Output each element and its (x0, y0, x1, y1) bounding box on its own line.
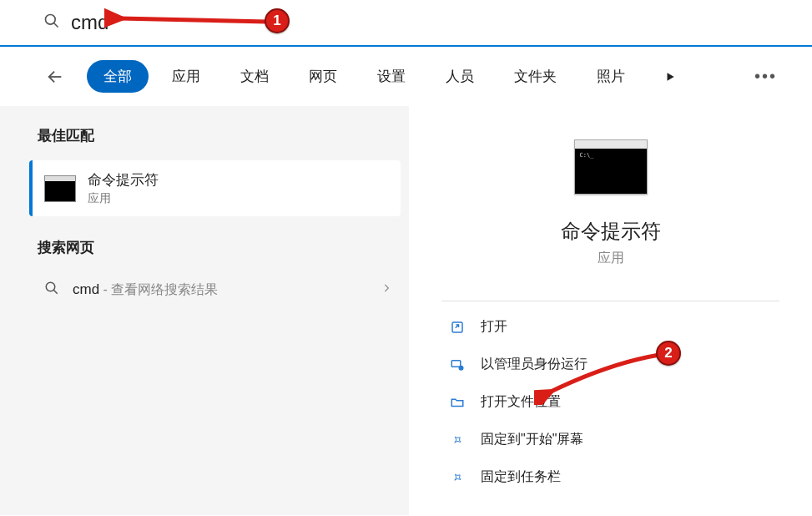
best-match-result[interactable]: 命令提示符 应用 (29, 160, 401, 216)
content-area: 最佳匹配 命令提示符 应用 搜索网页 cmd - 查看网络搜索结果 命令提示符 … (0, 106, 812, 515)
svg-rect-8 (451, 360, 461, 367)
tab-photos[interactable]: 照片 (580, 60, 642, 93)
folder-icon (449, 394, 466, 411)
back-button[interactable] (40, 62, 70, 92)
admin-run-icon (449, 357, 466, 373)
more-tabs-button[interactable] (655, 62, 685, 92)
pin-icon (449, 432, 466, 448)
web-search-result[interactable]: cmd - 查看网络搜索结果 (29, 269, 409, 311)
annotation-arrow-1 (104, 3, 271, 37)
preview-pane: 命令提示符 应用 打开 以管理员身份运行 打开文件位置 (409, 106, 812, 515)
svg-line-1 (54, 23, 58, 28)
tab-settings[interactable]: 设置 (361, 60, 422, 93)
chevron-right-icon (381, 282, 392, 297)
svg-line-11 (119, 18, 267, 22)
action-pin-start[interactable]: 固定到"开始"屏幕 (442, 421, 779, 458)
tab-documents[interactable]: 文档 (224, 60, 285, 93)
result-title: 命令提示符 (88, 170, 159, 190)
tab-web[interactable]: 网页 (292, 60, 354, 93)
web-search-header: 搜索网页 (29, 226, 409, 269)
result-text: 命令提示符 应用 (88, 170, 159, 206)
tab-people[interactable]: 人员 (429, 60, 491, 93)
tab-apps[interactable]: 应用 (155, 60, 217, 93)
action-label: 固定到"开始"屏幕 (481, 431, 583, 448)
overflow-menu-button[interactable]: ••• (744, 60, 787, 93)
search-icon (44, 281, 59, 299)
svg-line-5 (53, 290, 58, 294)
search-icon (43, 13, 60, 33)
preview-app-category: 应用 (598, 250, 624, 267)
web-desc-text: - 查看网络搜索结果 (99, 282, 218, 296)
preview-app-title: 命令提示符 (561, 218, 661, 245)
filter-tabs-row: 全部 应用 文档 网页 设置 人员 文件夹 照片 ••• (0, 47, 812, 106)
tab-all[interactable]: 全部 (87, 60, 149, 93)
annotation-arrow-2 (534, 347, 668, 405)
open-external-icon (449, 319, 466, 336)
action-pin-taskbar[interactable]: 固定到任务栏 (442, 458, 779, 496)
svg-rect-6 (452, 322, 462, 332)
web-result-text: cmd - 查看网络搜索结果 (73, 281, 381, 299)
cmd-app-icon-large (574, 139, 648, 195)
action-open[interactable]: 打开 (442, 308, 779, 346)
results-pane: 最佳匹配 命令提示符 应用 搜索网页 cmd - 查看网络搜索结果 (0, 106, 409, 515)
action-label: 固定到任务栏 (481, 468, 561, 486)
svg-point-9 (459, 365, 464, 370)
action-label: 打开 (481, 318, 507, 336)
result-subtitle: 应用 (88, 191, 159, 206)
divider (441, 301, 780, 301)
web-query-text: cmd (73, 281, 99, 297)
annotation-badge-2: 2 (656, 341, 681, 366)
best-match-header: 最佳匹配 (29, 114, 409, 157)
svg-point-4 (46, 282, 55, 291)
cmd-app-icon (44, 175, 76, 202)
annotation-badge-1: 1 (265, 8, 290, 33)
tab-folders[interactable]: 文件夹 (497, 60, 573, 93)
svg-marker-3 (668, 73, 674, 80)
pin-icon (449, 469, 466, 486)
svg-point-0 (46, 15, 56, 25)
